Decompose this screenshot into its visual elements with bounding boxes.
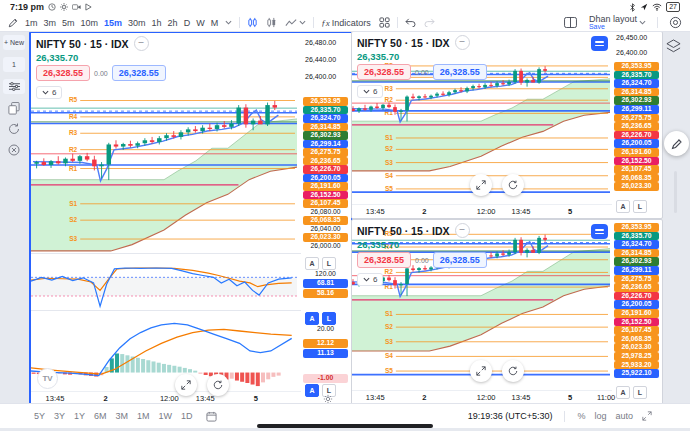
pivot-label-S4: S4 [385, 352, 393, 359]
range-3M[interactable]: 3M [116, 411, 129, 421]
range-1D[interactable]: 1D [181, 411, 193, 421]
macd-pane[interactable] [31, 311, 297, 391]
layers-icon[interactable] [665, 39, 682, 55]
reset-chart-icon[interactable] [502, 174, 524, 196]
reset-chart-icon[interactable] [207, 374, 229, 396]
expand-pane-icon[interactable] [470, 360, 492, 382]
buy-button[interactable]: 26,328.55 [433, 64, 487, 80]
line-style-icon[interactable] [281, 17, 310, 29]
symbol-title[interactable]: NIFTY 50 · 15 · IDX [357, 225, 450, 237]
hollow-candles-icon[interactable] [262, 16, 281, 29]
time-axis[interactable]: 13:45212:0013:455 [352, 204, 612, 219]
chart-panel-main[interactable]: NIFTY 50 · 15 · IDX – 26,335.70 26,328.5… [29, 31, 353, 407]
alert-button[interactable]: A [305, 384, 319, 397]
timeframe-3m[interactable]: 3m [41, 17, 60, 29]
price-scale[interactable]: 26,450.0026,400.0026,353.9526,335.7026,3… [612, 32, 662, 205]
layout-name-button[interactable]: Dhan layout Save [585, 14, 650, 32]
range-1W[interactable]: 1W [159, 411, 173, 421]
timeframe-2h[interactable]: 2h [165, 17, 181, 29]
maximize-chart-icon[interactable] [642, 411, 652, 421]
timeframe-W[interactable]: W [193, 17, 208, 29]
copy-layout-icon[interactable] [3, 101, 25, 115]
order-button[interactable]: L [633, 386, 647, 399]
time-tick: 2 [422, 393, 426, 402]
publish-icon[interactable] [665, 15, 686, 30]
timeframe-M[interactable]: M [208, 17, 222, 29]
timeframe-30m[interactable]: 30m [125, 17, 149, 29]
rsi-pane[interactable] [31, 254, 297, 310]
price-scale[interactable]: 26,353.9526,335.7026,324.7026,314.8526,3… [612, 220, 662, 391]
close-all-icon[interactable] [3, 143, 25, 157]
range-1M[interactable]: 1M [137, 411, 150, 421]
alert-order-buttons: AL [616, 200, 647, 213]
symbol-title[interactable]: NIFTY 50 · 15 · IDX [357, 37, 450, 49]
restore-layout-button[interactable] [591, 224, 608, 239]
range-5Y[interactable]: 5Y [34, 411, 45, 421]
grid-layout-icon[interactable] [375, 16, 394, 29]
chart-panel-bottom-right[interactable]: NIFTY 50 · 15 · IDX – 26,335.70 26,328.5… [351, 219, 663, 405]
multichart-layout-icon[interactable] [560, 16, 581, 29]
restore-layout-button[interactable] [591, 36, 608, 51]
object-tree-button[interactable] [3, 79, 25, 94]
alert-order-buttons: AL [616, 386, 647, 399]
indicator-collapse-button[interactable]: 6 [357, 85, 383, 98]
expand-pane-icon[interactable] [470, 174, 492, 196]
indicators-button[interactable]: ƒx Indicators [317, 17, 375, 29]
rail-scrollbar[interactable] [674, 171, 677, 213]
sell-button[interactable]: 26,328.55 [357, 64, 411, 80]
order-button[interactable]: L [322, 312, 336, 325]
watchlist-count-badge[interactable]: 1 [3, 57, 25, 72]
timeframe-D[interactable]: D [181, 17, 194, 29]
timeframe-10m[interactable]: 10m [78, 17, 102, 29]
alert-button[interactable]: A [616, 386, 630, 399]
timeframe-more-chevron[interactable] [221, 19, 236, 26]
chart-header: NIFTY 50 · 15 · IDX – 26,335.70 26,328.5… [357, 35, 487, 98]
alert-button[interactable]: A [305, 257, 319, 270]
price-scale[interactable]: 26,480.0026,440.0026,400.0026,353.9526,3… [301, 33, 351, 392]
drawing-tools-fab[interactable] [664, 131, 689, 156]
alert-button[interactable]: A [305, 312, 319, 325]
price-label: 26,324.70 [614, 240, 659, 249]
sell-button[interactable]: 26,328.55 [36, 65, 90, 81]
collapse-symbol-icon[interactable]: – [134, 36, 149, 51]
timeframe-5m[interactable]: 5m [59, 17, 78, 29]
chart-panel-top-right[interactable]: NIFTY 50 · 15 · IDX – 26,335.70 26,328.5… [351, 31, 663, 219]
indicator-collapse-button[interactable]: 6 [36, 86, 62, 99]
order-button[interactable]: L [633, 200, 647, 213]
alert-button[interactable]: A [616, 200, 630, 213]
new-chart-button[interactable]: + New [3, 35, 25, 50]
log-scale-button[interactable]: log [594, 411, 606, 421]
reset-chart-icon[interactable] [502, 360, 524, 382]
auto-scale-button[interactable]: auto [615, 411, 633, 421]
collapse-symbol-icon[interactable]: – [455, 223, 470, 238]
range-3Y[interactable]: 3Y [54, 411, 65, 421]
timeframe-15m[interactable]: 15m [101, 17, 125, 29]
undo-icon[interactable] [401, 17, 420, 28]
pivot-label-S5: S5 [385, 185, 393, 192]
timeframe-1m[interactable]: 1m [22, 17, 41, 29]
order-button[interactable]: L [322, 257, 336, 270]
sell-button[interactable]: 26,328.55 [357, 252, 411, 268]
layout-save-link[interactable]: Save [589, 23, 605, 31]
timeframe-1h[interactable]: 1h [149, 17, 165, 29]
range-6M[interactable]: 6M [94, 411, 107, 421]
last-price: 26,335.70 [357, 51, 487, 62]
indicator-collapse-button[interactable]: 6 [357, 273, 383, 286]
last-price: 26,335.70 [357, 239, 487, 250]
candles-style-icon[interactable] [243, 16, 262, 29]
price-label: 26,226.70 [614, 292, 659, 301]
draw-pencil-icon[interactable] [4, 17, 22, 29]
percent-scale-button[interactable]: % [577, 411, 585, 421]
buy-button[interactable]: 26,328.55 [433, 252, 487, 268]
range-1Y[interactable]: 1Y [74, 411, 85, 421]
expand-pane-icon[interactable] [175, 374, 197, 396]
refresh-icon[interactable] [3, 122, 25, 136]
symbol-title[interactable]: NIFTY 50 · 15 · IDX [36, 38, 129, 50]
collapse-symbol-icon[interactable]: – [455, 35, 470, 50]
chevron-down-icon [42, 90, 49, 95]
right-rail [662, 31, 690, 431]
redo-icon[interactable] [420, 17, 439, 28]
go-to-date-icon[interactable] [202, 410, 221, 423]
buy-button[interactable]: 26,328.55 [112, 65, 166, 81]
server-clock[interactable]: 19:19:36 (UTC+5:30) [468, 411, 553, 421]
